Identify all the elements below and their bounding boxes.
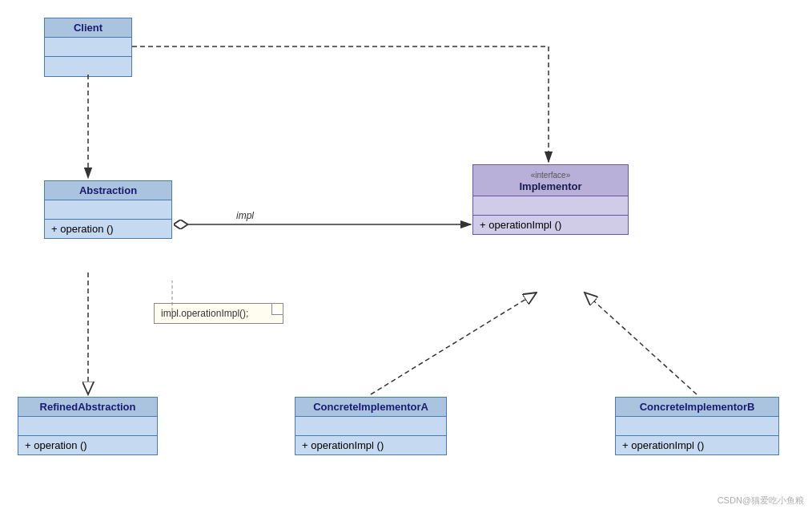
concrete-impl-b-section1 xyxy=(616,417,778,436)
abstraction-section1 xyxy=(45,200,171,220)
refined-abstraction-class: RefinedAbstraction + operation () xyxy=(18,397,158,455)
concrete-impl-b-section2: + operationImpl () xyxy=(616,436,778,454)
concrete-impl-b-class: ConcreteImplementorB + operationImpl () xyxy=(615,397,779,455)
client-section2 xyxy=(45,57,131,76)
abstraction-header: Abstraction xyxy=(45,181,171,200)
abstraction-section2: + operation () xyxy=(45,220,171,238)
watermark: CSDN@猫爱吃小鱼粮 xyxy=(718,495,804,507)
concrete-impl-a-section1 xyxy=(295,417,446,436)
note-box: impl.operationImpl(); xyxy=(154,303,283,324)
refined-abstraction-header: RefinedAbstraction xyxy=(18,398,157,417)
note-text: impl.operationImpl(); xyxy=(161,308,248,319)
client-class: Client xyxy=(44,18,132,77)
client-section1 xyxy=(45,38,131,57)
concrete-b-to-implementor xyxy=(585,293,697,394)
implementor-section1 xyxy=(473,196,628,216)
client-header: Client xyxy=(45,18,131,38)
concrete-impl-a-section2: + operationImpl () xyxy=(295,436,446,454)
refined-abstraction-section1 xyxy=(18,417,157,436)
implementor-class: «interface» Implementor + operationImpl … xyxy=(472,164,629,235)
uml-diagram: Client Abstraction + operation () «inter… xyxy=(0,0,812,513)
concrete-impl-a-class: ConcreteImplementorA + operationImpl () xyxy=(295,397,447,455)
concrete-impl-a-header: ConcreteImplementorA xyxy=(295,398,446,417)
implementor-stereotype: «interface» xyxy=(531,171,570,180)
implementor-section2: + operationImpl () xyxy=(473,216,628,234)
refined-abstraction-section2: + operation () xyxy=(18,436,157,454)
impl-label: impl xyxy=(236,210,254,221)
concrete-a-to-implementor xyxy=(371,293,537,394)
implementor-header: «interface» Implementor xyxy=(473,165,628,196)
abstraction-class: Abstraction + operation () xyxy=(44,180,172,239)
concrete-impl-b-header: ConcreteImplementorB xyxy=(616,398,778,417)
